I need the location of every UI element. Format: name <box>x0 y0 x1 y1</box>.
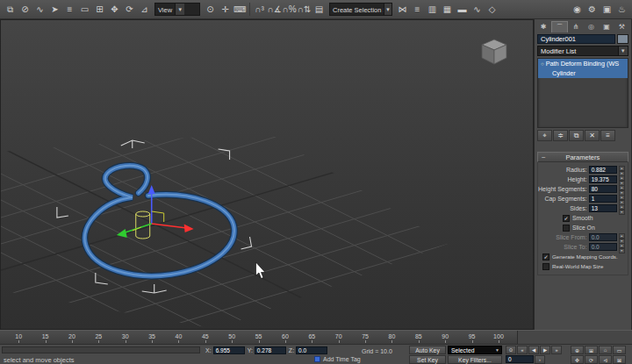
layer-manager-icon[interactable]: ▦ <box>440 2 455 18</box>
zoom-region-icon[interactable]: ▭ <box>613 346 626 354</box>
parameter-input[interactable]: 80 <box>589 185 617 193</box>
select-and-rotate-icon[interactable]: ⟳ <box>122 2 137 18</box>
parameter-input[interactable]: 0.0 <box>589 233 617 241</box>
key-target-dropdown[interactable]: Selected ▼ <box>448 346 502 354</box>
parameter-input[interactable]: 0.0 <box>589 243 617 251</box>
pan-icon[interactable]: ✥ <box>571 355 584 364</box>
set-key-button[interactable]: Set Key <box>409 355 446 364</box>
perspective-viewport[interactable] <box>0 19 534 330</box>
unlink-selection-icon[interactable]: ⊘ <box>18 2 32 18</box>
checkbox[interactable] <box>563 225 570 232</box>
frame-tick[interactable]: 75 <box>352 331 378 344</box>
maximize-viewport-toggle-icon[interactable]: ⊠ <box>613 355 626 364</box>
select-and-manipulate-icon[interactable]: ✛ <box>218 2 233 18</box>
align-icon[interactable]: ≡ <box>410 2 425 18</box>
select-and-link-icon[interactable]: ⧉ <box>3 2 18 18</box>
checkbox[interactable] <box>542 253 549 261</box>
coordinate-input[interactable]: 6.955 <box>213 346 245 354</box>
scene-explorer-icon[interactable]: ▥ <box>425 2 440 18</box>
mirror-icon[interactable]: ⋈ <box>395 2 410 18</box>
percent-snap-icon[interactable]: ∩% <box>282 2 297 18</box>
frame-tick[interactable]: 95 <box>458 331 485 344</box>
spinner-snap-icon[interactable]: ∩⇅ <box>297 2 312 18</box>
select-by-name-icon[interactable]: ≡ <box>62 2 77 18</box>
go-to-end-button[interactable]: » <box>551 346 562 354</box>
frame-tick[interactable]: 80 <box>378 331 405 344</box>
key-filters-button[interactable]: Key Filters... <box>448 355 502 364</box>
frame-tick[interactable]: 10 <box>5 331 32 344</box>
checkbox[interactable] <box>563 215 570 222</box>
object-name-field[interactable]: Cylinder001 <box>537 34 615 44</box>
select-object-icon[interactable]: ➤ <box>47 2 62 18</box>
make-unique-button[interactable]: ⧉ <box>569 130 584 141</box>
modifier-list-dropdown[interactable]: Modifier List ▼ <box>537 46 628 56</box>
remove-modifier-button[interactable]: ✕ <box>585 130 600 141</box>
zoom-extents-icon[interactable]: ⌂ <box>599 346 612 354</box>
frame-tick[interactable]: 60 <box>272 331 298 344</box>
frame-tick[interactable]: 40 <box>165 331 191 344</box>
current-frame-field[interactable]: 0 <box>506 355 534 363</box>
frame-tick[interactable]: 100 <box>485 331 512 344</box>
material-editor-icon[interactable]: ◉ <box>570 2 585 18</box>
modifier-stack-item[interactable]: ○ Cylinder <box>538 68 628 78</box>
frame-ruler[interactable]: 101520253035404550556065707580859095100 <box>0 331 518 344</box>
parameters-rollout-header[interactable]: − Parameters <box>537 152 628 162</box>
add-time-tag[interactable]: Add Time Tag <box>314 356 361 362</box>
spinner-down-icon[interactable]: ▾ <box>619 210 625 215</box>
named-selection-set-dropdown[interactable]: Create Selection Se ▼ <box>329 3 392 16</box>
snaps-toggle-icon[interactable]: ∩³ <box>252 2 267 18</box>
spinner-control[interactable]: ▴▾ <box>619 166 625 174</box>
frame-tick[interactable]: 15 <box>32 331 58 344</box>
frame-tick[interactable]: 55 <box>245 331 271 344</box>
play-button[interactable]: ▶ <box>540 346 550 354</box>
window-crossing-icon[interactable]: ⊞ <box>92 2 107 18</box>
frame-tick[interactable]: 65 <box>298 331 325 344</box>
use-pivot-point-icon[interactable]: ⊙ <box>203 2 218 18</box>
parameter-input[interactable]: 1 <box>589 195 617 203</box>
parameter-input[interactable]: 0.882 <box>589 166 617 174</box>
previous-frame-button[interactable]: ◀ <box>528 346 539 354</box>
angle-snap-icon[interactable]: ∩∡ <box>267 2 282 18</box>
reference-coordinate-dropdown[interactable]: View ▼ <box>154 3 200 16</box>
parameter-input[interactable]: 13 <box>589 204 617 212</box>
coordinate-input[interactable]: 0.0 <box>296 346 327 354</box>
spinner-control[interactable]: ▴▾ <box>619 243 625 251</box>
utilities-tab[interactable]: ⚒ <box>614 21 628 32</box>
go-to-start-button[interactable]: « <box>517 346 528 354</box>
field-of-view-icon[interactable]: ⊲ <box>599 355 612 364</box>
create-tab[interactable]: ✱ <box>536 21 550 32</box>
motion-tab[interactable]: ◎ <box>584 21 598 32</box>
spinner-control[interactable]: ▴▾ <box>619 233 625 241</box>
render-setup-icon[interactable]: ⚙ <box>585 2 600 18</box>
curve-editor-icon[interactable]: ∿ <box>470 2 485 18</box>
frame-tick[interactable]: 50 <box>219 331 245 344</box>
frame-tick[interactable]: 45 <box>192 331 219 344</box>
frame-tick[interactable]: 25 <box>85 331 111 344</box>
parameter-input[interactable]: 19.375 <box>589 175 617 183</box>
next-frame-button[interactable]: › <box>535 355 545 364</box>
frame-tick[interactable]: 20 <box>59 331 85 344</box>
ribbon-toggle-icon[interactable]: ▬ <box>455 2 470 18</box>
modify-tab[interactable]: ⌒ <box>551 21 567 32</box>
render-production-icon[interactable]: ♨ <box>614 2 629 18</box>
viewcube[interactable] <box>477 34 512 69</box>
rendered-frame-window-icon[interactable]: ▣ <box>600 2 614 18</box>
schematic-view-icon[interactable]: ◇ <box>485 2 499 18</box>
spinner-control[interactable]: ▴▾ <box>619 195 625 203</box>
frame-tick[interactable]: 85 <box>406 331 432 344</box>
frame-tick[interactable]: 30 <box>112 331 139 344</box>
key-mode-toggle-icon[interactable]: ⊙ <box>506 346 516 354</box>
rectangular-selection-region-icon[interactable]: ▭ <box>77 2 92 18</box>
spinner-control[interactable]: ▴▾ <box>619 204 625 212</box>
object-color-swatch[interactable] <box>617 34 628 44</box>
modifier-stack-item[interactable]: ○ Path Deform Binding (WS <box>538 59 628 68</box>
bind-to-space-warp-icon[interactable]: ∿ <box>32 2 47 18</box>
display-tab[interactable]: ▣ <box>600 21 614 32</box>
spinner-control[interactable]: ▴▾ <box>619 175 625 183</box>
configure-modifier-sets-button[interactable]: ≡ <box>600 130 615 141</box>
coordinate-input[interactable]: 0.278 <box>255 346 286 354</box>
spinner-control[interactable]: ▴▾ <box>619 185 625 193</box>
frame-tick[interactable]: 35 <box>139 331 165 344</box>
select-and-scale-icon[interactable]: ⊿ <box>137 2 152 18</box>
viewport-canvas[interactable] <box>1 20 533 329</box>
